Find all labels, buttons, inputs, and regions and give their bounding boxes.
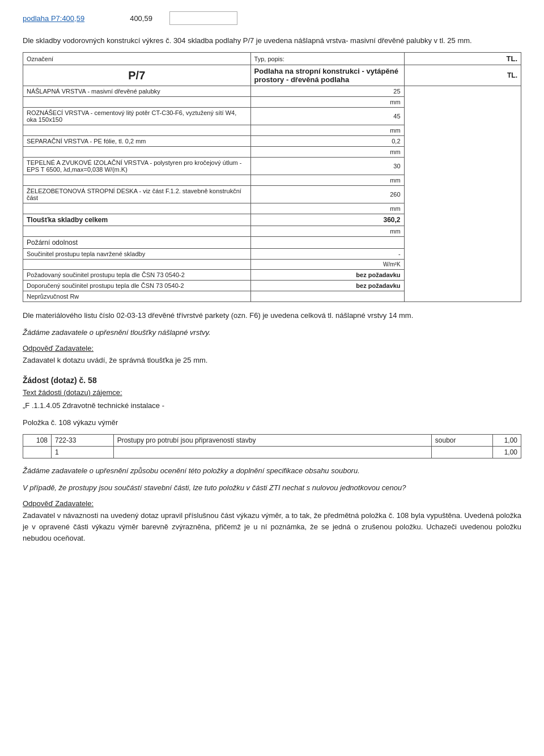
summary-row-1b: W/m²K — [23, 260, 521, 270]
layer-value-5: 260 — [250, 186, 404, 203]
cell-108b-4 — [431, 446, 492, 458]
layer-name-1: NÁŠLAPNÁ VRSTVA - masivní dřevěné palubk… — [23, 86, 251, 97]
table-108-row1: 108 722-33 Prostupy pro potrubí jsou při… — [23, 434, 521, 446]
answer-block-2: Odpověď Zadavatele: Zadavatel v návaznos… — [23, 499, 521, 544]
answer-block-1: Odpověď Zadavatele: Zadavatel k dotazu u… — [23, 344, 521, 366]
layer-row-5: ŽELEZOBETONOVÁ STROPNÍ DESKA - viz část … — [23, 186, 521, 203]
construction-id: P/7 — [23, 65, 251, 86]
request58-header: Žádost (dotaz) č. 58 — [23, 376, 521, 385]
top-input-box — [169, 11, 237, 25]
fire-row: Požární odolnost — [23, 237, 521, 249]
table-108: 108 722-33 Prostupy pro potrubí jsou při… — [23, 434, 521, 458]
summary-row-1: Součinitel prostupu tepla navržené sklad… — [23, 249, 521, 260]
request58-sub: Text žádosti (dotazu) zájemce: — [23, 388, 521, 397]
para2: Dle materiálového listu číslo 02-03-13 d… — [23, 310, 521, 321]
layer-unit-4: mm — [250, 175, 404, 186]
answer2-label: Odpověď Zadavatele: — [23, 499, 521, 508]
request58-item: „F .1.1.4.05 Zdravotně technické instala… — [23, 400, 521, 411]
summary-label-4: Neprůzvučnost Rw — [23, 291, 251, 302]
cell-108b-1 — [23, 446, 52, 458]
summary-label-3: Doporučený součinitel prostupu tepla dle… — [23, 281, 251, 291]
answer1-label: Odpověď Zadavatele: — [23, 344, 521, 352]
total-unit: mm — [250, 226, 404, 237]
type-label: Typ, popis: — [250, 53, 404, 65]
summary-unit-1: W/m²K — [250, 260, 404, 270]
layer-unit-row-1: mm — [23, 97, 521, 108]
intro-paragraph: Dle skladby vodorovných konstrukcí výkre… — [23, 35, 521, 46]
fire-label: Požární odolnost — [23, 237, 251, 249]
para5: V případě, že prostupy jsou součástí sta… — [23, 482, 521, 494]
cell-108b-3 — [113, 446, 431, 458]
layer-name-4: TEPELNÉ A ZVUKOVÉ IZOLAČNÍ VRSTVA - poly… — [23, 158, 251, 175]
layer-name-3: SEPARAČNÍ VRSTVA - PE fólie, tl. 0,2 mm — [23, 136, 251, 147]
summary-value-4 — [250, 291, 404, 302]
summary-row-2: Požadovaný součinitel prostupu tepla dle… — [23, 270, 521, 281]
request58-item2: Položka č. 108 výkazu výměr — [23, 417, 521, 428]
podlaha-link[interactable]: podlaha P7:400,59 — [23, 14, 84, 23]
layer-row-4b: mm — [23, 175, 521, 186]
layer-unit-1: mm — [250, 97, 404, 108]
layer-unit-2: mm — [250, 125, 404, 136]
para4: Žádáme zadavatele o upřesnění způsobu oc… — [23, 465, 521, 477]
cell-108-2: 722-33 — [52, 434, 114, 446]
construction-title: Podlaha na stropní konstrukci - vytápěné… — [250, 65, 404, 86]
construction-tl-header2: TL. — [404, 65, 521, 86]
layer-unit-5: mm — [250, 203, 404, 214]
top-value: 400,59 — [130, 14, 152, 23]
label-cell: Označení — [23, 53, 251, 65]
layer-name-5: ŽELEZOBETONOVÁ STROPNÍ DESKA - viz část … — [23, 186, 251, 203]
layer-row-2: ROZNÁŠECÍ VRSTVA - cementový litý potěr … — [23, 108, 521, 125]
layer-row-5b: mm — [23, 203, 521, 214]
table-108-row2: 1 1,00 — [23, 446, 521, 458]
top-bar: podlaha P7:400,59 400,59 — [23, 11, 521, 25]
layer-row-2b: mm — [23, 125, 521, 136]
answer1-text: Zadavatel k dotazu uvádí, že správná tlo… — [23, 355, 521, 366]
layer-row-4: TEPELNÉ A ZVUKOVÉ IZOLAČNÍ VRSTVA - poly… — [23, 158, 521, 175]
layer-row-1: NÁŠLAPNÁ VRSTVA - masivní dřevěné palubk… — [23, 86, 521, 97]
cell-108b-5: 1,00 — [493, 446, 521, 458]
summary-label-1: Součinitel prostupu tepla navržené sklad… — [23, 249, 251, 260]
summary-row-3: Doporučený součinitel prostupu tepla dle… — [23, 281, 521, 291]
summary-value-1: - — [250, 249, 404, 260]
total-row: Tloušťka skladby celkem 360,2 — [23, 214, 521, 226]
summary-value-2: bez požadavku — [250, 270, 404, 281]
cell-108-4: soubor — [431, 434, 492, 446]
cell-108b-2: 1 — [52, 446, 114, 458]
layer-value-3: 0,2 — [250, 136, 404, 147]
para3: Žádáme zadavatele o upřesnění tloušťky n… — [23, 327, 521, 338]
cell-108-1: 108 — [23, 434, 52, 446]
layer-row-3: SEPARAČNÍ VRSTVA - PE fólie, tl. 0,2 mm … — [23, 136, 521, 147]
summary-value-3: bez požadavku — [250, 281, 404, 291]
total-label: Tloušťka skladby celkem — [23, 214, 251, 226]
total-value: 360,2 — [250, 214, 404, 226]
layer-value-4: 30 — [250, 158, 404, 175]
layer-row-3b: mm — [23, 147, 521, 158]
summary-row-4: Neprůzvučnost Rw — [23, 291, 521, 302]
total-unit-row: mm — [23, 226, 521, 237]
layer-unit-3: mm — [250, 147, 404, 158]
layer-value-1: 25 — [250, 86, 404, 97]
tl-header: TL. — [404, 53, 521, 65]
layer-name-2: ROZNÁŠECÍ VRSTVA - cementový litý potěr … — [23, 108, 251, 125]
cell-108-5: 1,00 — [493, 434, 521, 446]
layer-value-2: 45 — [250, 108, 404, 125]
summary-label-2: Požadovaný součinitel prostupu tepla dle… — [23, 270, 251, 281]
cell-108-3: Prostupy pro potrubí jsou připraveností … — [113, 434, 431, 446]
construction-table: Označení Typ, popis: TL. P/7 Podlaha na … — [23, 52, 521, 302]
answer2-text1: Zadavatel v návaznosti na uvedený dotaz … — [23, 510, 521, 544]
